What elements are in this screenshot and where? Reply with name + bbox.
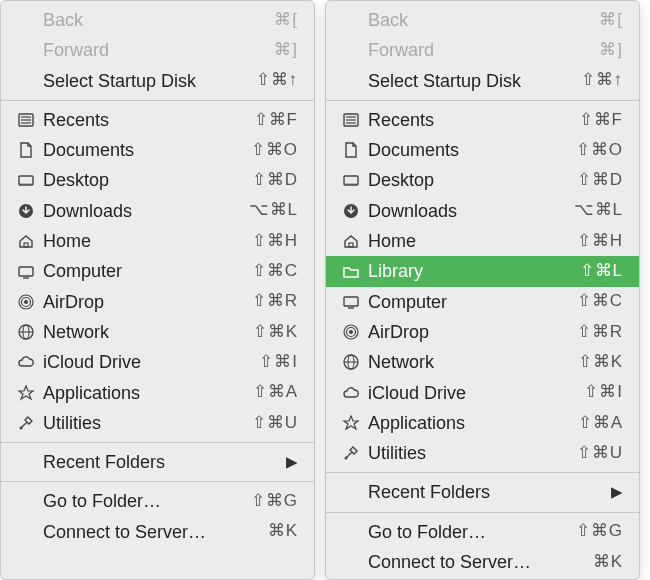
menu-home[interactable]: Home⇧⌘H [326,226,639,256]
network-icon [340,353,362,371]
computer-icon [340,293,362,311]
menu-network[interactable]: Network⇧⌘K [1,317,314,347]
menu-go-to-folder[interactable]: Go to Folder…⇧⌘G [1,486,314,516]
library-folder-icon [340,263,362,281]
menu-utilities[interactable]: Utilities⇧⌘U [1,408,314,438]
menu-icloud[interactable]: iCloud Drive⇧⌘I [1,347,314,377]
downloads-icon [15,202,37,220]
network-icon [15,323,37,341]
utilities-icon [15,414,37,432]
menu-startup-disk[interactable]: Select Startup Disk⇧⌘↑ [1,66,314,96]
submenu-arrow-icon: ▶ [611,482,623,502]
menu-recent-folders[interactable]: Recent Folders▶ [326,477,639,507]
menu-utilities[interactable]: Utilities⇧⌘U [326,438,639,468]
svg-point-16 [20,427,23,430]
svg-rect-5 [19,183,33,185]
documents-icon [15,141,37,159]
separator [326,100,639,101]
computer-icon [15,263,37,281]
menu-home[interactable]: Home⇧⌘H [1,226,314,256]
menu-icloud[interactable]: iCloud Drive⇧⌘I [326,378,639,408]
go-menu-left: Back⌘[ Forward⌘] Select Startup Disk⇧⌘↑ … [0,0,315,580]
svg-point-27 [349,330,353,334]
menu-connect-to-server[interactable]: Connect to Server…⌘K [1,517,314,547]
separator [1,100,314,101]
menu-airdrop[interactable]: AirDrop⇧⌘R [326,317,639,347]
menu-recents[interactable]: Recents⇧⌘F [326,105,639,135]
desktop-icon [340,172,362,190]
menu-documents[interactable]: Documents⇧⌘O [326,135,639,165]
applications-icon [340,414,362,432]
recents-icon [340,111,362,129]
menu-startup-disk[interactable]: Select Startup Disk⇧⌘↑ [326,66,639,96]
menu-go-to-folder[interactable]: Go to Folder…⇧⌘G [326,517,639,547]
svg-rect-25 [344,297,358,306]
separator [1,442,314,443]
menu-recents[interactable]: Recents⇧⌘F [1,105,314,135]
menu-downloads[interactable]: Downloads⌥⌘L [326,196,639,226]
downloads-icon [340,202,362,220]
menu-desktop[interactable]: Desktop⇧⌘D [326,165,639,195]
utilities-icon [340,444,362,462]
menu-forward: Forward⌘] [326,35,639,65]
menu-applications[interactable]: Applications⇧⌘A [1,378,314,408]
svg-point-33 [345,457,348,460]
icloud-icon [15,353,37,371]
home-icon [15,232,37,250]
separator [326,472,639,473]
menu-applications[interactable]: Applications⇧⌘A [326,408,639,438]
menu-back: Back⌘[ [326,5,639,35]
svg-rect-8 [19,267,33,276]
applications-icon [15,384,37,402]
menu-recent-folders[interactable]: Recent Folders▶ [1,447,314,477]
menu-computer[interactable]: Computer⇧⌘C [1,256,314,286]
menu-back: Back⌘[ [1,5,314,35]
menu-library[interactable]: Library⇧⌘L [326,256,639,286]
recents-icon [15,111,37,129]
documents-icon [340,141,362,159]
svg-point-10 [24,300,28,304]
separator [326,512,639,513]
menu-downloads[interactable]: Downloads⌥⌘L [1,196,314,226]
airdrop-icon [340,323,362,341]
svg-rect-22 [344,183,358,185]
icloud-icon [340,384,362,402]
home-icon [340,232,362,250]
menu-network[interactable]: Network⇧⌘K [326,347,639,377]
menu-connect-to-server[interactable]: Connect to Server…⌘K [326,547,639,577]
desktop-icon [15,172,37,190]
menu-computer[interactable]: Computer⇧⌘C [326,287,639,317]
menu-forward: Forward⌘] [1,35,314,65]
menu-desktop[interactable]: Desktop⇧⌘D [1,165,314,195]
separator [1,481,314,482]
submenu-arrow-icon: ▶ [286,452,298,472]
go-menu-right: Back⌘[ Forward⌘] Select Startup Disk⇧⌘↑ … [325,0,640,580]
airdrop-icon [15,293,37,311]
menu-documents[interactable]: Documents⇧⌘O [1,135,314,165]
menu-airdrop[interactable]: AirDrop⇧⌘R [1,287,314,317]
